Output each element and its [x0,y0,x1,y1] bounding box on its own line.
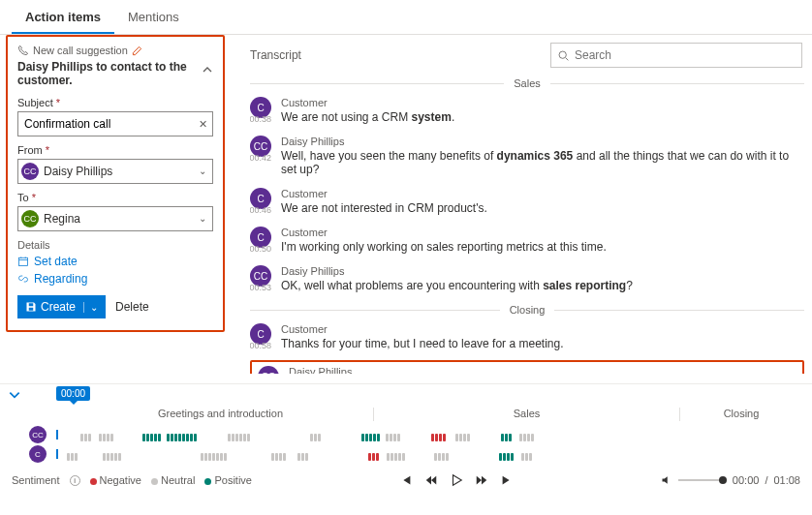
section-sales: Sales [504,77,550,89]
msg-text: Thanks for your time, but I need to leav… [281,337,804,350]
avatar: CC [21,210,39,227]
sentiment-legend: Sentiment i Negative Neutral Positive [12,474,252,486]
chevron-down-icon[interactable]: ⌄ [83,302,98,313]
audio-player [399,473,514,487]
msg-time: 00:46 [250,188,271,215]
skip-start-icon[interactable] [399,473,413,487]
subject-label: Subject [17,97,53,108]
create-button[interactable]: Create ⌄ [17,295,106,318]
action-card-title: Daisy Phillips to contact to the custome… [17,60,213,87]
subject-input[interactable] [17,111,213,136]
timeline-section: Closing [680,408,802,421]
msg-speaker: Customer [281,97,804,108]
phone-icon [17,45,29,56]
action-item-card: New call suggestion Daisy Phillips to co… [6,35,225,332]
chevron-down-icon[interactable]: ⌄ [199,213,206,224]
info-icon[interactable]: i [70,475,80,486]
clear-icon[interactable]: ✕ [199,118,207,131]
volume-icon[interactable] [661,474,672,486]
msg-time: 00:53 [250,265,271,292]
msg-speaker: Daisy Phillips [281,136,804,147]
calendar-icon [17,256,29,267]
transcript-message[interactable]: CC01:01Daisy PhillipsOK, I'll call you b… [250,360,804,374]
collapse-icon[interactable] [202,64,213,78]
msg-time: 00:42 [250,136,271,176]
transcript-title: Transcript [250,48,301,62]
rewind-icon[interactable] [424,473,438,487]
to-input[interactable]: CCRegina ⌄ [17,206,213,231]
msg-time: 01:01 [254,366,279,374]
msg-text: We are not interested in CRM product's. [281,201,804,215]
volume-slider[interactable] [678,479,727,481]
avatar: CC [21,163,39,180]
chevron-down-icon[interactable]: ⌄ [199,166,206,176]
timeline-lane-customer[interactable] [56,449,802,459]
forward-icon[interactable] [475,473,488,487]
msg-time: 00:50 [250,227,271,254]
msg-speaker: Customer [281,227,804,238]
msg-text: Well, have you seen the many benefits of… [281,149,804,176]
details-label: Details [17,239,213,251]
search-icon [557,49,570,62]
msg-text: I'm working only working on sales report… [281,240,804,254]
track-avatar-customer: C [29,445,47,463]
from-label: From [17,144,43,156]
msg-text: OK, well what problems are you encounter… [281,279,804,292]
msg-time: 00:38 [250,97,271,124]
regarding-link[interactable]: Regarding [17,272,213,286]
timeline-lane-agent[interactable] [56,430,802,439]
timeline: 00:00 Greetings and introduction Sales C… [0,383,812,468]
play-icon[interactable] [450,473,463,487]
edit-icon[interactable] [132,45,142,56]
transcript-message[interactable]: C00:50CustomerI'm working only working o… [250,223,804,261]
timeline-section: Sales [374,408,680,421]
msg-time: 00:58 [250,323,271,350]
msg-speaker: Daisy Phillips [289,366,796,374]
svg-point-1 [559,51,566,58]
search-input[interactable] [575,48,796,62]
svg-rect-0 [19,258,28,265]
section-closing: Closing [500,304,555,316]
transcript-message[interactable]: CC00:42Daisy PhillipsWell, have you seen… [250,132,804,184]
from-input[interactable]: CCDaisy Phillips ⌄ [17,159,213,184]
expand-icon[interactable] [8,388,21,405]
msg-speaker: Customer [281,188,804,199]
playhead-badge[interactable]: 00:00 [56,386,90,401]
save-icon [25,301,37,313]
suggestion-label: New call suggestion [33,45,128,56]
transcript-list: Sales C00:38CustomerWe are not using a C… [250,74,812,374]
time-current: 00:00 [733,474,760,486]
transcript-message[interactable]: CC00:53Dasiy PhillipsOK, well what probl… [250,261,804,300]
msg-speaker: Customer [281,323,804,335]
set-date-link[interactable]: Set date [17,255,213,268]
track-avatar-agent: CC [29,426,47,443]
transcript-message[interactable]: C00:46CustomerWe are not interested in C… [250,184,804,223]
timeline-section: Greetings and introduction [68,408,374,421]
link-icon [17,273,29,285]
tab-mentions[interactable]: Mentions [114,0,193,34]
msg-speaker: Dasiy Phillips [281,265,804,277]
msg-text: We are not using a CRM system. [281,110,804,124]
search-box[interactable] [550,43,802,68]
delete-button[interactable]: Delete [115,300,149,314]
transcript-message[interactable]: C00:38CustomerWe are not using a CRM sys… [250,93,804,132]
tab-action-items[interactable]: Action items [12,0,114,34]
time-total: 01:08 [773,474,800,486]
to-label: To [17,192,29,203]
transcript-message[interactable]: C00:58CustomerThanks for your time, but … [250,319,804,358]
skip-end-icon[interactable] [500,473,514,487]
